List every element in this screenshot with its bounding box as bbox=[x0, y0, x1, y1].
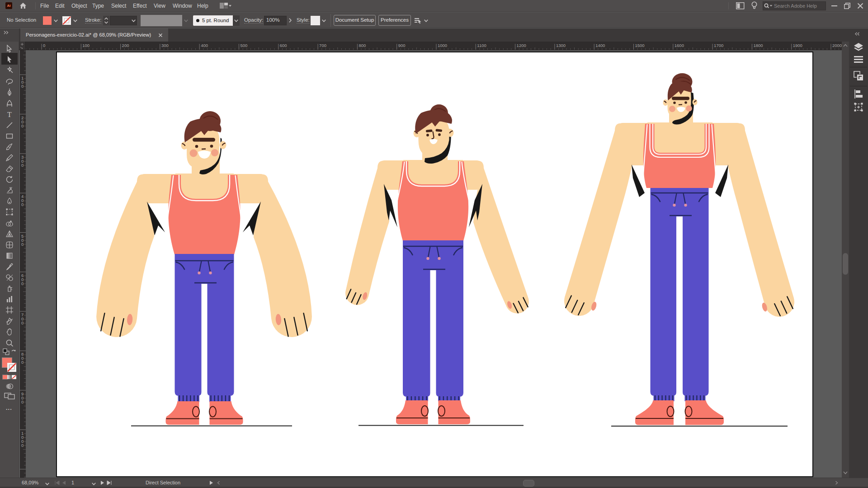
svg-text:T: T bbox=[7, 111, 12, 118]
